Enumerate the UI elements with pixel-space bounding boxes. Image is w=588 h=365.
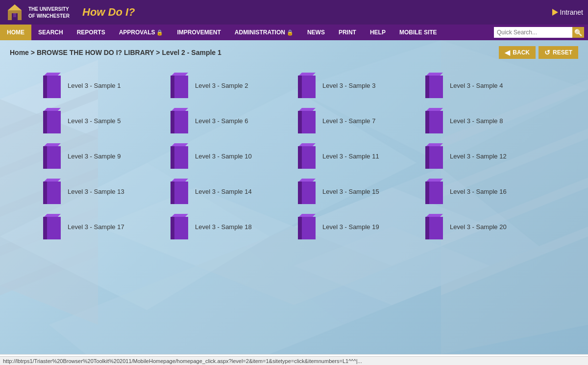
book-icon: [425, 143, 444, 169]
nav-approvals[interactable]: APPROVALS 🔒: [112, 25, 171, 40]
breadcrumb-sep2: >: [156, 49, 162, 56]
book-icon: [298, 214, 317, 239]
book-front: [429, 182, 443, 204]
nav-print[interactable]: PRINT: [332, 25, 363, 40]
intranet-label: Intranet: [560, 8, 583, 16]
book-item[interactable]: Level 3 - Sample 12: [421, 138, 549, 174]
reset-icon: ↺: [544, 49, 550, 56]
book-label: Level 3 - Sample 5: [68, 117, 121, 125]
breadcrumb-library-link[interactable]: BROWSE THE HOW DO I? LIBRARY: [37, 49, 154, 56]
nav-news[interactable]: NEWS: [300, 25, 332, 40]
book-item[interactable]: Level 3 - Sample 5: [39, 103, 167, 138]
logo-area: THE UNIVERSITY OF WINCHESTER: [5, 2, 73, 22]
book-label: Level 3 - Sample 20: [450, 223, 507, 231]
header: THE UNIVERSITY OF WINCHESTER How Do I? I…: [0, 0, 588, 25]
book-front: [429, 76, 443, 98]
logo-text: THE UNIVERSITY OF WINCHESTER: [28, 5, 73, 20]
university-logo-icon: [5, 2, 24, 22]
nav-home[interactable]: HOME: [0, 25, 31, 40]
navbar: HOME SEARCH REPORTS APPROVALS 🔒 IMPROVEM…: [0, 25, 588, 40]
status-bar: http://lbtrps1/Triaster%20Browser%20Tool…: [0, 356, 588, 365]
breadcrumb-actions: ◀ BACK ↺ RESET: [499, 46, 578, 59]
book-item[interactable]: Level 3 - Sample 10: [167, 138, 294, 174]
book-item[interactable]: Level 3 - Sample 11: [294, 138, 421, 174]
book-icon: [171, 108, 189, 133]
book-item[interactable]: Level 3 - Sample 4: [421, 68, 549, 103]
book-label: Level 3 - Sample 4: [450, 82, 503, 89]
book-item[interactable]: Level 3 - Sample 9: [39, 138, 167, 174]
book-item[interactable]: Level 3 - Sample 6: [167, 103, 294, 138]
book-icon: [425, 179, 444, 204]
back-label: BACK: [513, 49, 530, 56]
nav-reports[interactable]: REPORTS: [70, 25, 112, 40]
book-item[interactable]: Level 3 - Sample 17: [39, 209, 167, 244]
svg-rect-4: [13, 13, 16, 17]
book-label: Level 3 - Sample 9: [68, 153, 121, 160]
reset-button[interactable]: ↺ RESET: [539, 46, 578, 59]
book-icon: [43, 143, 62, 169]
book-icon: [298, 179, 317, 204]
book-front: [429, 217, 443, 239]
book-item[interactable]: Level 3 - Sample 14: [167, 174, 294, 209]
book-label: Level 3 - Sample 8: [450, 117, 503, 125]
book-label: Level 3 - Sample 15: [322, 188, 379, 195]
book-item[interactable]: Level 3 - Sample 18: [167, 209, 294, 244]
book-front: [47, 76, 61, 98]
nav-administration[interactable]: ADMINISTRATION 🔒: [228, 25, 300, 40]
book-icon: [298, 73, 317, 98]
book-front: [47, 217, 61, 239]
book-front: [302, 76, 316, 98]
book-icon: [171, 179, 189, 204]
book-front: [174, 76, 188, 98]
book-label: Level 3 - Sample 11: [322, 153, 379, 160]
book-icon: [298, 108, 317, 133]
breadcrumb-current: Level 2 - Sample 1: [162, 49, 221, 56]
intranet-button[interactable]: Intranet: [552, 8, 583, 16]
book-item[interactable]: Level 3 - Sample 19: [294, 209, 421, 244]
book-item[interactable]: Level 3 - Sample 7: [294, 103, 421, 138]
book-item[interactable]: Level 3 - Sample 15: [294, 174, 421, 209]
book-front: [174, 182, 188, 204]
book-label: Level 3 - Sample 2: [195, 82, 248, 89]
book-icon: [43, 179, 62, 204]
book-front: [174, 217, 188, 239]
book-label: Level 3 - Sample 17: [68, 223, 124, 231]
book-icon: [43, 214, 62, 239]
nav-mobile[interactable]: MOBILE SITE: [392, 25, 444, 40]
breadcrumb-text: Home > BROWSE THE HOW DO I? LIBRARY > Le…: [10, 49, 221, 56]
book-icon: [425, 214, 444, 239]
book-item[interactable]: Level 3 - Sample 8: [421, 103, 549, 138]
book-item[interactable]: Level 3 - Sample 2: [167, 68, 294, 103]
book-item[interactable]: Level 3 - Sample 1: [39, 68, 167, 103]
book-icon: [43, 108, 62, 133]
search-button[interactable]: [572, 27, 584, 38]
book-front: [429, 111, 443, 133]
search-area: [494, 27, 588, 38]
book-item[interactable]: Level 3 - Sample 16: [421, 174, 549, 209]
book-front: [302, 217, 316, 239]
nav-search[interactable]: SEARCH: [31, 25, 70, 40]
nav-improvement[interactable]: IMPROVEMENT: [170, 25, 227, 40]
book-label: Level 3 - Sample 14: [195, 188, 252, 195]
book-label: Level 3 - Sample 3: [322, 82, 375, 89]
breadcrumb-sep1: >: [31, 49, 37, 56]
book-label: Level 3 - Sample 6: [195, 117, 248, 125]
site-title: How Do I?: [82, 6, 135, 19]
search-input[interactable]: [494, 27, 572, 38]
book-item[interactable]: Level 3 - Sample 13: [39, 174, 167, 209]
breadcrumb-home-link[interactable]: Home: [10, 49, 29, 56]
book-item[interactable]: Level 3 - Sample 3: [294, 68, 421, 103]
book-front: [174, 111, 188, 133]
book-label: Level 3 - Sample 12: [450, 153, 507, 160]
back-button[interactable]: ◀ BACK: [499, 46, 536, 59]
status-url: http://lbtrps1/Triaster%20Browser%20Tool…: [3, 358, 362, 364]
book-icon: [171, 143, 189, 169]
book-item[interactable]: Level 3 - Sample 20: [421, 209, 549, 244]
reset-label: RESET: [553, 49, 572, 56]
book-front: [47, 146, 61, 169]
book-icon: [425, 73, 444, 98]
nav-help[interactable]: HELP: [363, 25, 392, 40]
book-front: [174, 146, 188, 169]
book-icon: [425, 108, 444, 133]
book-label: Level 3 - Sample 19: [322, 223, 379, 231]
